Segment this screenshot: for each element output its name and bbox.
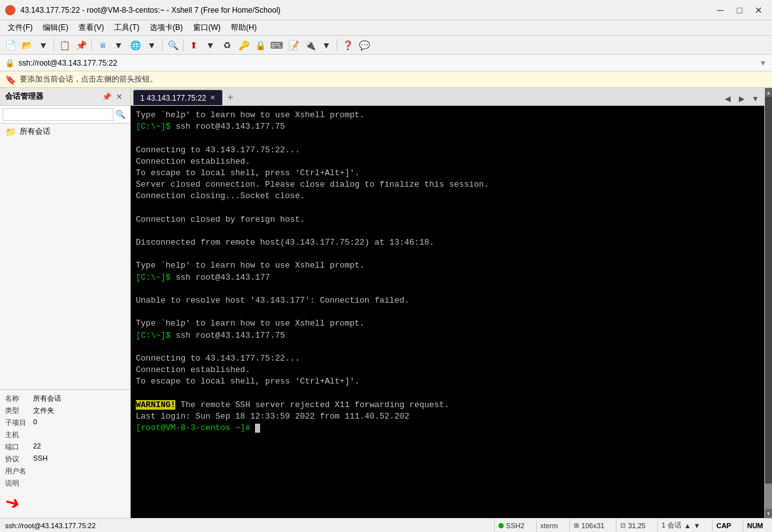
tab-menu-button[interactable]: ▼ <box>749 92 762 105</box>
close-button[interactable]: ✕ <box>750 4 767 17</box>
menu-bar: 文件(F) 编辑(E) 查看(V) 工具(T) 选项卡(B) 窗口(W) 帮助(… <box>0 20 772 36</box>
tab-1-close-icon[interactable]: ✕ <box>210 94 215 102</box>
scroll-down-button[interactable]: ▼ <box>765 509 773 518</box>
toolbar-sep-1 <box>54 39 54 52</box>
status-sessions-segment: 1 会话 ▲ ▼ <box>657 519 704 532</box>
terminal-line-2: Connecting to 43.143.177.75:22... <box>136 145 300 155</box>
transfer-button[interactable]: ⬆ <box>186 38 201 53</box>
terminal-line-10: Unable to resolve host '43.143.177': Con… <box>136 296 409 305</box>
terminal-line-13: Connection established. <box>136 365 250 375</box>
session-info: 名称 所有会话 类型 文件夹 子项目 0 主机 端口 22 <box>0 389 130 518</box>
terminal-line-14: To escape to local shell, press 'Ctrl+Al… <box>136 377 360 386</box>
status-down-arrow-icon[interactable]: ▼ <box>694 522 701 529</box>
session-panel-title: 会话管理器 <box>5 91 43 102</box>
toolbar-sep-2 <box>91 39 92 52</box>
new-tab-dropdown[interactable]: ▼ <box>144 38 159 53</box>
status-cap-segment: CAP <box>712 519 735 532</box>
status-size-icon: ⊡ <box>620 522 625 529</box>
status-dimensions-segment: ⊞ 106x31 <box>569 519 608 532</box>
status-xterm-segment: xterm <box>536 519 562 532</box>
window-controls: ─ □ ✕ <box>712 4 767 17</box>
info-row-protocol: 协议 SSH <box>0 453 130 465</box>
plugin-dropdown[interactable]: ▼ <box>319 38 334 53</box>
session-folder-all[interactable]: 📁 所有会话 <box>0 124 130 140</box>
session-panel-body: 📁 所有会话 <box>0 124 130 389</box>
key-button[interactable]: 🔑 <box>236 38 251 53</box>
window-title: 43.143.177.75:22 - root@VM-8-3-centos:~ … <box>20 6 712 15</box>
chat-button[interactable]: 💬 <box>356 38 372 53</box>
tab-navigation: ◀ ▶ ▼ <box>721 92 762 105</box>
copy-button[interactable]: 📋 <box>57 38 72 53</box>
info-row-username: 用户名 <box>0 465 130 477</box>
menu-file[interactable]: 文件(F) <box>3 21 38 34</box>
menu-window[interactable]: 窗口(W) <box>188 21 226 34</box>
address-dropdown-icon[interactable]: ▼ <box>759 59 767 68</box>
sftp-button[interactable]: ♻ <box>219 38 235 53</box>
plugin-button[interactable]: 🔌 <box>302 38 317 53</box>
folder-icon: 📁 <box>5 127 16 137</box>
scroll-up-button[interactable]: ▲ <box>765 88 773 97</box>
menu-edit[interactable]: 编辑(E) <box>38 21 73 34</box>
open-button[interactable]: 📂 <box>19 38 34 53</box>
open-dropdown-button[interactable]: ▼ <box>36 38 51 53</box>
paste-button[interactable]: 📌 <box>73 38 89 53</box>
lock-button[interactable]: 🔒 <box>252 38 268 53</box>
maximize-button[interactable]: □ <box>731 4 748 17</box>
terminal-line-5: Server closed connection. Please close d… <box>136 180 489 189</box>
status-address: ssh://root@43.143.177.75:22 <box>5 522 486 529</box>
connect-button[interactable]: 🖥 <box>94 38 110 53</box>
info-bar-text: 要添加当前会话，点击左侧的箭头按钮。 <box>20 74 157 85</box>
app-icon <box>5 5 15 15</box>
panel-close-button[interactable]: ✕ <box>113 91 125 103</box>
keyboard-button[interactable]: ⌨ <box>269 38 284 53</box>
menu-tools[interactable]: 工具(T) <box>109 21 144 34</box>
scroll-thumb[interactable] <box>765 484 773 509</box>
address-text: ssh://root@43.143.177.75:22 <box>18 59 755 68</box>
new-session-button[interactable]: 📄 <box>3 38 18 53</box>
session-search-input[interactable] <box>3 108 113 121</box>
session-folder-label: 所有会话 <box>20 126 50 137</box>
menu-help[interactable]: 帮助(H) <box>226 21 262 34</box>
script-button[interactable]: 📝 <box>286 38 301 53</box>
tab-prev-button[interactable]: ◀ <box>721 92 734 105</box>
session-search-button[interactable]: 🔍 <box>113 108 127 122</box>
find-button[interactable]: 🔍 <box>165 38 180 53</box>
session-panel: 会话管理器 📌 ✕ 🔍 📁 所有会话 名称 所有会话 <box>0 88 131 518</box>
panel-pin-button[interactable]: 📌 <box>101 91 112 103</box>
tab-next-button[interactable]: ▶ <box>735 92 748 105</box>
info-value-children: 0 <box>33 418 37 428</box>
session-search-bar: 🔍 <box>0 106 130 124</box>
terminal-warning-label: WARNING! <box>136 400 175 410</box>
terminal[interactable]: Type `help' to learn how to use Xshell p… <box>131 106 764 518</box>
connect-dropdown[interactable]: ▼ <box>111 38 126 53</box>
new-tab-button[interactable]: 🌐 <box>127 38 143 53</box>
menu-view[interactable]: 查看(V) <box>73 21 109 34</box>
terminal-cursor <box>255 424 260 433</box>
terminal-final-prompt: [root@VM-8-3-centos ~]# <box>136 423 255 433</box>
info-label-protocol: 协议 <box>5 454 31 464</box>
info-value-port: 22 <box>33 442 41 452</box>
info-row-children: 子项目 0 <box>0 417 130 429</box>
toolbar-sep-3 <box>162 39 163 52</box>
session-panel-header: 会话管理器 📌 ✕ <box>0 88 130 106</box>
minimize-button[interactable]: ─ <box>712 4 729 17</box>
info-label-type: 类型 <box>5 406 31 415</box>
status-size-label: 31,25 <box>628 522 646 529</box>
title-bar: 43.143.177.75:22 - root@VM-8-3-centos:~ … <box>0 0 772 20</box>
info-label-port: 端口 <box>5 442 31 452</box>
address-bar: 🔒 ssh://root@43.143.177.75:22 ▼ <box>0 55 772 71</box>
transfer-dropdown[interactable]: ▼ <box>203 38 218 53</box>
terminal-line-7: Connection closed by foreign host. <box>136 215 305 224</box>
info-label-children: 子项目 <box>5 418 31 428</box>
status-cap-label: CAP <box>717 522 731 529</box>
info-label-name: 名称 <box>5 394 31 403</box>
new-tab-add-button[interactable]: + <box>222 90 238 105</box>
status-up-arrow-icon[interactable]: ▲ <box>684 522 691 529</box>
right-scroll-panel: ▲ ▼ <box>764 88 772 518</box>
info-label-username: 用户名 <box>5 466 31 476</box>
status-ssh2-label: SSH2 <box>506 522 525 529</box>
help-button[interactable]: ❓ <box>340 38 355 53</box>
session-and-terminal: 会话管理器 📌 ✕ 🔍 📁 所有会话 名称 所有会话 <box>0 88 772 518</box>
tab-1[interactable]: 1 43.143.177.75:22 ✕ <box>133 90 222 105</box>
menu-tab[interactable]: 选项卡(B) <box>145 21 188 34</box>
